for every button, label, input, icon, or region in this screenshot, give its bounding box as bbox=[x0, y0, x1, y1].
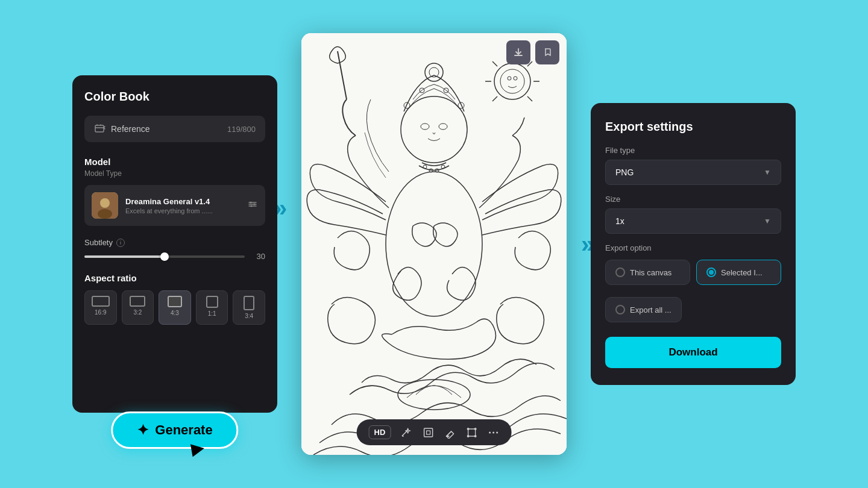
this-canvas-label: This canvas bbox=[630, 268, 671, 277]
export-panel: Export settings File type PNG ▼ Size 1x … bbox=[591, 103, 796, 385]
aspect-11[interactable]: 1:1 bbox=[196, 290, 228, 325]
aspect-ratio-label: Aspect ratio bbox=[84, 273, 265, 283]
frame-tool[interactable] bbox=[422, 427, 434, 439]
svg-point-4 bbox=[250, 202, 252, 204]
reference-count: 119/800 bbox=[227, 125, 256, 134]
canvas-panel: HD bbox=[301, 33, 567, 455]
download-canvas-button[interactable] bbox=[506, 40, 530, 64]
coloring-artwork bbox=[301, 33, 567, 455]
svg-point-33 bbox=[467, 435, 469, 437]
model-desc: Excels at everything from ...... bbox=[125, 207, 240, 214]
svg-point-36 bbox=[492, 431, 494, 433]
transform-tool[interactable] bbox=[465, 427, 477, 439]
reference-icon bbox=[94, 123, 106, 135]
main-container: Color Book Reference 119/800 Model Model… bbox=[18, 15, 850, 473]
model-thumb-svg bbox=[92, 192, 118, 219]
generate-star-icon: ✦ bbox=[137, 422, 149, 439]
svg-rect-0 bbox=[95, 125, 104, 132]
export-options-grid: This canvas Selected I... bbox=[605, 260, 781, 285]
subtlety-label: Subtlety bbox=[84, 238, 113, 247]
aspect-169[interactable]: 16:9 bbox=[84, 290, 117, 325]
canvas-toolbar-top bbox=[506, 40, 559, 64]
svg-rect-30 bbox=[468, 429, 475, 436]
svg-point-31 bbox=[467, 428, 469, 430]
model-section-label: Model bbox=[84, 157, 265, 167]
svg-point-2 bbox=[100, 198, 110, 208]
svg-point-3 bbox=[98, 209, 112, 219]
svg-rect-28 bbox=[424, 428, 432, 437]
aspect-options: 16:9 3:2 4:3 1:1 3:4 bbox=[84, 290, 265, 325]
subtlety-info-icon: i bbox=[116, 239, 125, 247]
bookmark-canvas-button[interactable] bbox=[535, 40, 559, 64]
canvas-toolbar-bottom: HD bbox=[357, 419, 512, 445]
svg-point-32 bbox=[474, 428, 476, 430]
export-option-label: Export option bbox=[605, 243, 781, 252]
magic-wand-tool[interactable] bbox=[400, 427, 412, 439]
aspect-43[interactable]: 4:3 bbox=[159, 290, 191, 325]
svg-point-5 bbox=[254, 204, 256, 205]
size-chevron: ▼ bbox=[764, 217, 771, 225]
aspect-32[interactable]: 3:2 bbox=[122, 290, 154, 325]
canvas-image bbox=[301, 33, 567, 455]
generate-label: Generate bbox=[155, 422, 212, 438]
svg-point-37 bbox=[496, 431, 498, 433]
this-canvas-option[interactable]: This canvas bbox=[605, 260, 690, 285]
size-select[interactable]: 1x ▼ bbox=[605, 208, 781, 234]
model-name: Dreamina General v1.4 bbox=[125, 197, 240, 206]
selected-option[interactable]: Selected I... bbox=[696, 260, 781, 285]
svg-point-34 bbox=[474, 435, 476, 437]
file-type-select[interactable]: PNG ▼ bbox=[605, 160, 781, 185]
svg-point-35 bbox=[489, 431, 491, 433]
model-thumbnail bbox=[92, 192, 118, 219]
svg-rect-29 bbox=[426, 431, 430, 434]
aspect-34[interactable]: 3:4 bbox=[233, 290, 265, 325]
model-card[interactable]: Dreamina General v1.4 Excels at everythi… bbox=[84, 185, 265, 226]
more-options-button[interactable] bbox=[487, 427, 499, 439]
model-settings-icon[interactable] bbox=[247, 199, 258, 212]
selected-label: Selected I... bbox=[721, 268, 763, 277]
file-type-value: PNG bbox=[615, 167, 634, 177]
left-panel: Color Book Reference 119/800 Model Model… bbox=[72, 75, 277, 413]
this-canvas-radio bbox=[615, 267, 625, 277]
model-type-label: Model Type bbox=[84, 169, 265, 178]
selected-radio bbox=[706, 267, 716, 277]
export-all-radio bbox=[615, 305, 625, 314]
download-button[interactable]: Download bbox=[605, 337, 781, 368]
panel-title: Color Book bbox=[84, 90, 265, 104]
size-value: 1x bbox=[615, 216, 624, 226]
svg-point-6 bbox=[251, 205, 253, 207]
reference-box[interactable]: Reference 119/800 bbox=[84, 116, 265, 142]
size-label: Size bbox=[605, 195, 781, 204]
subtlety-value: 30 bbox=[251, 252, 265, 261]
export-all-label: Export all ... bbox=[630, 305, 671, 314]
file-type-chevron: ▼ bbox=[764, 168, 771, 177]
generate-button[interactable]: ✦ Generate bbox=[111, 411, 238, 449]
reference-label: Reference bbox=[111, 124, 150, 134]
subtlety-slider[interactable]: 30 bbox=[84, 252, 265, 261]
hd-button[interactable]: HD bbox=[369, 425, 391, 439]
export-all-option[interactable]: Export all ... bbox=[605, 297, 682, 322]
eraser-tool[interactable] bbox=[444, 427, 456, 439]
file-type-label: File type bbox=[605, 146, 781, 155]
export-title: Export settings bbox=[605, 120, 781, 134]
